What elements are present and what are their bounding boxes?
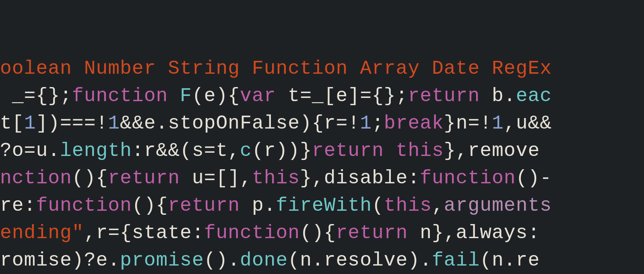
code-token: this [252,167,300,189]
code-token: function [72,85,168,107]
code-token: },disable: [300,167,420,189]
code-line: oolean Number String Function Array Date… [0,55,644,82]
code-token: ; [372,112,384,134]
code-token: return [168,195,240,216]
code-token: }n=! [444,112,492,134]
code-token: function [420,167,516,189]
code-token: c [240,140,252,162]
code-token: return [336,222,408,244]
code-line: t[1])===!1&&e.stopOnFalse){r=!1;break}n=… [0,110,644,137]
code-token: ={}; [24,85,72,107]
code-line: re:function(){return p.fireWith(this,arg… [0,192,644,219]
code-token: done [240,249,288,271]
code-token: (e){ [192,85,240,107]
code-token: length [60,140,132,162]
code-token: n},always: [408,222,540,244]
code-token: 1 [492,112,504,134]
code-token: t=_[e]={}; [276,85,408,107]
code-token: [ [12,112,24,134]
code-token: p. [240,195,276,216]
code-token [384,140,396,162]
code-token: arguments [444,195,552,216]
code-token: this [396,140,444,162]
code-token: ])===! [36,112,108,134]
code-token: return [108,167,180,189]
code-token: F [180,85,192,107]
code-token: (){ [132,195,168,216]
code-token: promise [120,249,204,271]
code-editor-viewport: oolean Number String Function Array Date… [0,0,644,274]
code-token: re [0,195,24,216]
code-token: _ [0,85,24,107]
code-token: (n.re [480,249,540,271]
code-token: eac [516,85,552,107]
code-token: )?e. [72,249,120,271]
code-token: function [36,195,132,216]
code-line: romise)?e.promise().done(n.resolve).fail… [0,247,644,274]
code-token: return [312,140,384,162]
code-token: fail [432,249,480,271]
code-token: , [432,195,444,216]
code-token: oolean Number String Function Array Date… [0,58,552,79]
code-token: 1 [108,112,120,134]
code-line: _={};function F(e){var t=_[e]={};return … [0,82,644,110]
code-token: :r&&(s=t, [132,140,240,162]
code-token: (n.resolve). [288,249,432,271]
code-token: 1 [24,112,36,134]
code-token: romise [0,249,72,271]
code-token: function [204,222,300,244]
code-token: ending" [0,222,84,244]
code-token: u=[], [180,167,252,189]
code-token: this [384,195,432,216]
code-token: ,r={state: [84,222,204,244]
code-line: nction(){return u=[],this},disable:funct… [0,164,644,192]
code-token: },remove [444,140,540,162]
code-token: ( [372,195,384,216]
code-token: t [0,112,12,134]
code-token: ()- [516,167,552,189]
code-content: oolean Number String Function Array Date… [0,55,644,274]
code-token: nction [0,167,72,189]
code-token: (). [204,249,240,271]
code-token: ?o=u. [0,140,60,162]
code-token: 1 [360,112,372,134]
code-token: (){ [72,167,108,189]
code-token: return [408,85,480,107]
code-token: (r))} [252,140,312,162]
code-token: break [384,112,444,134]
code-line: ending",r={state:function(){return n},al… [0,219,644,247]
code-token: (){ [300,222,336,244]
code-token: fireWith [276,195,372,216]
code-token: ,u&& [504,112,552,134]
code-token: var [240,85,276,107]
code-token: b. [480,85,516,107]
code-token: : [24,195,36,216]
code-line: ?o=u.length:r&&(s=t,c(r))}return this},r… [0,137,644,164]
code-token: &&e.stopOnFalse){r=! [120,112,360,134]
code-token [168,85,180,107]
